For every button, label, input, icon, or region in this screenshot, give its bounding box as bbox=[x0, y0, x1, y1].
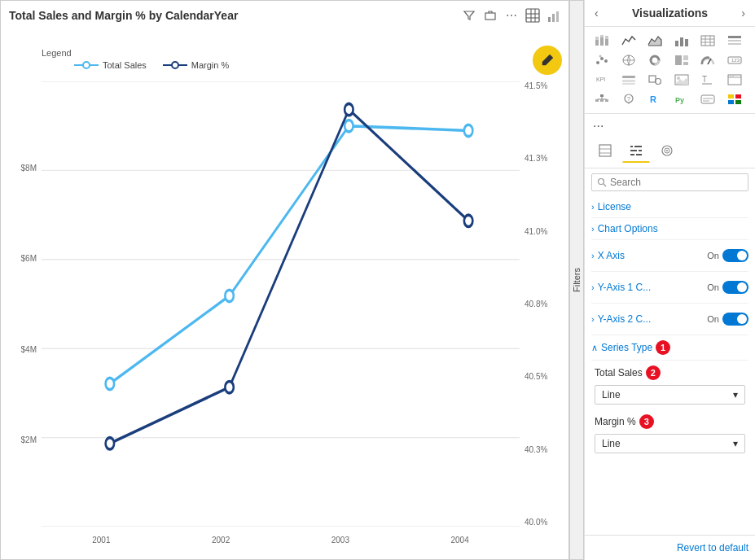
svg-rect-75 bbox=[595, 99, 599, 102]
svg-rect-83 bbox=[701, 95, 714, 103]
python-visual-icon[interactable]: Py bbox=[671, 90, 692, 108]
panel-sections: › License › Chart Options › X Axis On bbox=[585, 196, 755, 535]
svg-rect-0 bbox=[485, 13, 495, 20]
legend-total-sales-label: Total Sales bbox=[103, 60, 147, 70]
panel-back-arrow[interactable]: ‹ bbox=[595, 7, 599, 20]
focus-icon[interactable] bbox=[482, 7, 498, 24]
svg-rect-88 bbox=[728, 100, 734, 104]
svg-rect-96 bbox=[633, 146, 634, 147]
svg-text:KPI: KPI bbox=[596, 77, 605, 82]
edit-button[interactable] bbox=[533, 46, 562, 75]
total-sales-dropdown-row[interactable]: Line ▾ bbox=[591, 383, 748, 409]
svg-point-44 bbox=[596, 61, 599, 64]
section-chart-options[interactable]: › Chart Options bbox=[591, 218, 748, 240]
svg-rect-1 bbox=[526, 9, 539, 22]
search-box[interactable] bbox=[591, 173, 748, 191]
panel-header: ‹ Visualizations › bbox=[585, 0, 755, 27]
svg-rect-6 bbox=[548, 17, 551, 22]
svg-rect-61 bbox=[622, 83, 635, 85]
slicer-icon[interactable] bbox=[618, 71, 639, 89]
chart-header-icons: ⋯ bbox=[461, 7, 562, 24]
svg-rect-29 bbox=[600, 37, 604, 46]
svg-point-25 bbox=[345, 103, 353, 115]
svg-point-10 bbox=[83, 62, 90, 68]
svg-point-70 bbox=[730, 76, 731, 77]
panel-sub-icons bbox=[585, 133, 755, 168]
svg-point-21 bbox=[345, 120, 353, 132]
section-y-axis-2[interactable]: › Y-Axis 2 C... On bbox=[591, 304, 748, 335]
search-input[interactable] bbox=[610, 177, 743, 188]
svg-rect-43 bbox=[728, 43, 741, 45]
format-tab[interactable] bbox=[622, 138, 650, 163]
stacked-bar-icon[interactable] bbox=[591, 32, 612, 50]
legend-label: Legend bbox=[42, 48, 560, 58]
total-sales-sub-section: Total Sales 2 bbox=[591, 361, 748, 383]
svg-rect-90 bbox=[599, 145, 611, 156]
line-chart-icon[interactable] bbox=[618, 32, 639, 50]
section-license[interactable]: › License bbox=[591, 196, 748, 218]
analytics-tab[interactable] bbox=[653, 138, 681, 163]
qna-icon[interactable]: ? bbox=[618, 90, 639, 108]
bar-view-icon[interactable] bbox=[546, 7, 562, 24]
svg-text:T: T bbox=[702, 75, 707, 84]
chart-legend: Legend Total Sales Margin % bbox=[42, 48, 560, 73]
smart-narrative-icon[interactable] bbox=[697, 90, 718, 108]
margin-dropdown[interactable]: Line ▾ bbox=[595, 434, 745, 453]
text-icon[interactable]: T bbox=[697, 71, 718, 89]
svg-rect-60 bbox=[622, 80, 635, 82]
area-chart-icon[interactable] bbox=[644, 32, 665, 50]
panel-title: Visualizations bbox=[632, 7, 708, 20]
filters-tab[interactable]: Filters bbox=[569, 0, 584, 560]
section-x-axis[interactable]: › X Axis On bbox=[591, 240, 748, 272]
svg-rect-53 bbox=[683, 55, 688, 60]
scatter-icon[interactable] bbox=[591, 51, 612, 69]
web-icon[interactable] bbox=[724, 71, 745, 89]
series-type-badge: 1 bbox=[656, 340, 670, 355]
image-icon[interactable] bbox=[671, 71, 692, 89]
colorful-icon[interactable] bbox=[724, 90, 745, 108]
y-axis-1-toggle[interactable] bbox=[722, 281, 748, 294]
svg-rect-35 bbox=[685, 39, 688, 46]
svg-rect-8 bbox=[556, 11, 559, 22]
panel-forward-arrow[interactable]: › bbox=[741, 7, 745, 20]
more-options-icon[interactable]: ⋯ bbox=[503, 7, 520, 24]
section-series-type[interactable]: ∧ Series Type 1 bbox=[591, 335, 748, 361]
map-icon[interactable] bbox=[618, 51, 639, 69]
gauge-icon[interactable] bbox=[697, 51, 718, 69]
donut-icon[interactable] bbox=[644, 51, 665, 69]
section-y-axis-1[interactable]: › Y-Axis 1 C... On bbox=[591, 272, 748, 304]
more-visualizations[interactable]: ... bbox=[585, 114, 755, 133]
kpi-icon[interactable]: KPI bbox=[591, 71, 612, 89]
card-icon[interactable]: 123 bbox=[724, 51, 745, 69]
x-axis: 2001 2002 2003 2004 bbox=[42, 536, 520, 545]
matrix-icon[interactable] bbox=[697, 32, 718, 50]
treemap-icon[interactable] bbox=[671, 51, 692, 69]
total-sales-dropdown[interactable]: Line ▾ bbox=[595, 385, 745, 405]
svg-rect-36 bbox=[701, 36, 714, 46]
svg-point-23 bbox=[106, 438, 114, 449]
margin-dropdown-row[interactable]: Line ▾ bbox=[591, 431, 748, 458]
decomp-icon[interactable] bbox=[591, 90, 612, 108]
margin-badge: 3 bbox=[639, 414, 654, 429]
legend-total-sales: Total Sales bbox=[74, 60, 147, 70]
legend-margin: Margin % bbox=[163, 60, 229, 70]
svg-rect-93 bbox=[630, 146, 642, 147]
svg-rect-76 bbox=[600, 99, 604, 102]
filter-icon[interactable] bbox=[461, 7, 477, 24]
svg-text:123: 123 bbox=[731, 58, 740, 63]
y-axis-left: $8M $6M $4M $2M bbox=[7, 81, 40, 527]
svg-rect-52 bbox=[675, 55, 682, 65]
chart-area: Total Sales and Margin % by CalendarYear… bbox=[0, 0, 569, 560]
revert-button[interactable]: Revert to default bbox=[677, 542, 748, 553]
table-view-icon[interactable] bbox=[525, 7, 541, 24]
table-icon[interactable] bbox=[724, 32, 745, 50]
shape-icon[interactable] bbox=[644, 71, 665, 89]
fields-tab[interactable] bbox=[591, 138, 619, 163]
svg-rect-34 bbox=[680, 37, 683, 46]
svg-point-102 bbox=[599, 179, 604, 185]
x-axis-toggle[interactable] bbox=[722, 249, 748, 262]
svg-rect-77 bbox=[605, 99, 608, 102]
column-chart-icon[interactable] bbox=[671, 32, 692, 50]
y-axis-2-toggle[interactable] bbox=[722, 313, 748, 326]
r-visual-icon[interactable]: R bbox=[644, 90, 665, 108]
